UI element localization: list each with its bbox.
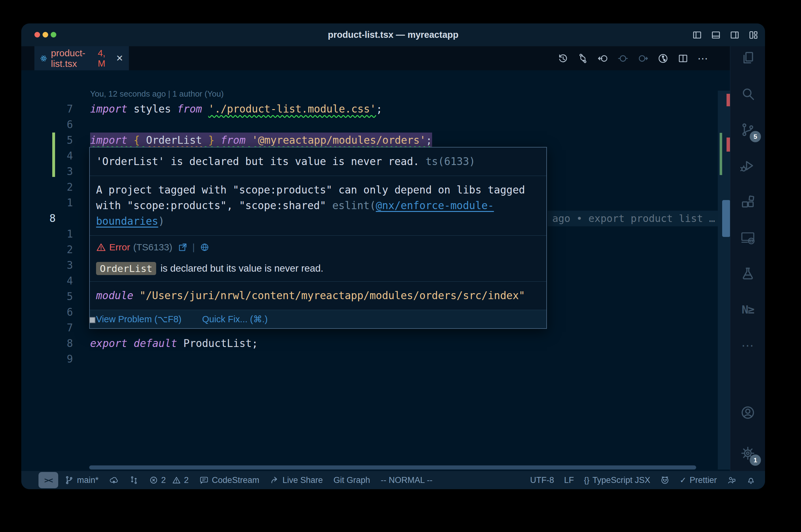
code-text[interactable]: import styles from './product-list.modul… [90,101,382,117]
code-line[interactable]: 5import { OrderList } from '@myreactapp/… [21,133,730,148]
overview-error-mark [727,94,730,106]
quick-fix-link[interactable]: Quick Fix... (⌘.) [202,314,268,324]
panel-left-toggle-icon[interactable] [692,30,703,40]
gutter-line-number: 1 [34,195,73,211]
gutter-line-number: 2 [34,179,73,195]
code-text[interactable]: export default ProductList; [90,336,258,352]
code-text[interactable]: import { OrderList } from '@myreactapp/m… [90,133,432,148]
account-icon [740,405,755,420]
chat-icon [199,475,209,485]
status-cloud-up[interactable] [109,475,119,485]
next-circle-icon[interactable] [637,53,649,64]
layout-toggle-icon[interactable] [748,30,759,40]
activity-bar: 5N≥⋯1 [730,46,765,471]
nx-rule-link[interactable]: @nx/enforce-module- [376,200,494,212]
gutter-line-number: 3 [34,258,73,273]
activity-debug[interactable] [730,151,765,180]
error-circle-icon [149,476,158,484]
vertical-scrollbar[interactable] [722,200,730,237]
gutter-line-number: 4 [34,148,73,164]
git-blame-codelens[interactable]: You, 12 seconds ago | 1 author (You) [90,87,224,101]
gutter-line-number: 7 [34,320,73,336]
ellipsis-icon[interactable]: ⋯ [697,52,708,65]
titlebar: product-list.tsx — myreactapp [21,23,765,46]
gutter-line-number: 4 [34,273,73,289]
status-label: -- NORMAL -- [381,475,432,485]
globe-icon[interactable] [200,243,209,252]
status-main[interactable]: main* [65,475,98,485]
overview-added-mark [720,133,722,175]
gutter-line-number: 6 [34,304,73,320]
view-problem-link[interactable]: View Problem (⌥F8) [96,314,181,324]
activity-extensions[interactable] [730,187,765,216]
activity-remote-explorer[interactable] [730,223,765,252]
history-icon[interactable] [557,53,568,64]
hover-resize-handle[interactable] [89,317,95,323]
status-problems[interactable]: 22 [149,475,189,485]
status-label: Prettier [690,475,717,485]
hover-module-path: module "/Users/juri/nrwl/content/myreact… [90,282,546,310]
error-code: (TS6133) [133,242,172,252]
status-label: CodeStream [212,475,259,485]
gutter-line-number: 5 [34,133,73,148]
activity-source-control[interactable]: 5 [730,115,765,144]
activity-settings[interactable]: 1 [730,439,765,468]
status-person[interactable] [727,475,736,485]
status-lf[interactable]: LF [564,475,574,485]
error-hover-popup: 'OrderList' is declared but its value is… [89,147,547,329]
prev-circle-icon[interactable] [617,53,629,64]
nx-rule-link[interactable]: boundaries [96,215,158,227]
symbol-chip: OrderList [96,262,156,275]
activity-nx[interactable]: N≥ [730,295,765,324]
back-circle-icon[interactable] [597,53,608,64]
hover-ts-message: 'OrderList' is declared but its value is… [90,148,546,176]
tab-bar: product-list.tsx 4, M ✕ ⋯ [21,46,730,70]
status-normal[interactable]: -- NORMAL -- [381,475,432,485]
nx-icon: N≥ [742,303,754,316]
gutter-line-number: 3 [34,164,73,179]
overview-error-mark [727,137,730,152]
tab-product-list[interactable]: product-list.tsx 4, M ✕ [34,46,129,70]
status-prettier[interactable]: ✓Prettier [679,475,717,485]
status-codestream[interactable]: CodeStream [199,475,259,485]
inline-blame: ago • export product list … [552,211,715,226]
gutter-line-number: 8 [34,336,73,352]
code-line[interactable]: 6 [21,117,730,133]
more-dots-icon: ⋯ [741,338,754,353]
status-bell[interactable] [746,475,756,485]
tab-dirty-badge: 4, M [98,48,110,69]
graph-circle-icon[interactable] [657,53,669,64]
status-label: LF [564,475,574,485]
status-octoface[interactable] [660,475,670,485]
activity-account[interactable] [730,398,765,427]
status-label: Live Share [283,475,323,485]
compare-icon [129,475,139,485]
panel-bottom-toggle-icon[interactable] [711,30,721,40]
code-line[interactable]: 7import styles from './product-list.modu… [21,101,730,117]
status-compare[interactable] [129,475,139,485]
status-git-graph[interactable]: Git Graph [333,475,370,485]
status-utf-8[interactable]: UTF-8 [530,475,554,485]
status-typescript-jsx[interactable]: {}TypeScript JSX [584,475,650,485]
activity-search[interactable] [730,79,765,108]
status-label: main* [77,475,98,485]
activity-more-dots[interactable]: ⋯ [730,331,765,360]
panel-right-toggle-icon[interactable] [729,30,740,40]
chip-message: is declared but its value is never read. [161,263,323,274]
files-icon [740,50,755,65]
split-icon[interactable] [677,53,689,64]
tab-label: product-list.tsx [51,48,94,69]
gutter-line-number: 1 [34,226,73,242]
octoface-icon [660,475,670,485]
close-tab-icon[interactable]: ✕ [116,53,123,63]
horizontal-scrollbar[interactable] [89,466,696,470]
external-link-icon[interactable] [178,243,187,252]
status-live-share[interactable]: Live Share [270,475,323,485]
code-line[interactable]: 8export default ProductList; [21,336,730,352]
code-line[interactable]: 9 [21,352,730,367]
gl-compare-icon[interactable] [577,53,588,64]
remote-indicator[interactable]: >< [38,472,58,488]
activity-beaker[interactable] [730,259,765,288]
beaker-icon [740,266,755,281]
activity-files[interactable] [730,43,765,72]
